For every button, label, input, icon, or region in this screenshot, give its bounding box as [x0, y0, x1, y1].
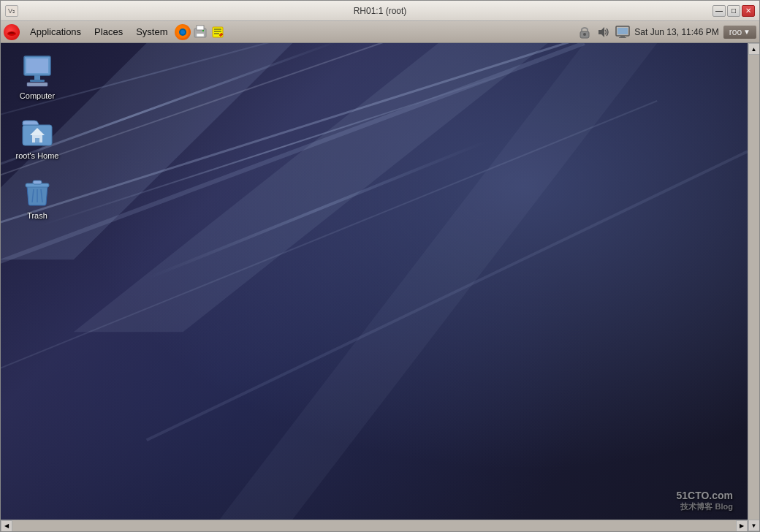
svg-rect-32	[27, 83, 48, 86]
edit-icon[interactable]	[210, 24, 226, 40]
svg-rect-6	[197, 34, 204, 37]
maximize-button[interactable]: □	[727, 5, 740, 17]
scroll-right-button[interactable]: ▶	[736, 520, 748, 532]
trash-icon-img	[20, 173, 55, 208]
svg-rect-5	[197, 26, 204, 30]
svg-marker-14	[598, 27, 604, 37]
trash-icon-label: Trash	[27, 211, 48, 220]
watermark-line2: 技术博客 Blog	[676, 501, 733, 512]
desktop-icons: Computer	[8, 50, 66, 223]
window-frame: V₂ RH01:1 (root) — □ ✕ Applications Plac…	[0, 0, 760, 532]
scroll-vertical-track[interactable]	[748, 55, 760, 520]
firefox-icon-img	[175, 24, 191, 40]
hat-svg	[7, 28, 17, 37]
minimize-button[interactable]: —	[712, 5, 726, 17]
scroll-horizontal-track[interactable]	[12, 520, 736, 532]
svg-rect-30	[34, 75, 40, 80]
print-icon[interactable]	[192, 24, 208, 40]
scroll-up-button[interactable]: ▲	[748, 43, 760, 55]
desktop-background	[1, 43, 748, 520]
svg-rect-29	[26, 58, 48, 73]
desktop[interactable]: Computer	[1, 43, 748, 520]
right-scrollbar: ▲ ▼	[748, 43, 759, 531]
svg-rect-16	[618, 28, 628, 34]
desktop-area: Computer	[1, 43, 759, 531]
title-bar-left: V₂	[5, 5, 18, 17]
svg-point-7	[202, 30, 204, 31]
desktop-content: Computer	[1, 43, 748, 531]
computer-icon-img	[20, 53, 55, 88]
roots-home-icon-label: root's Home	[16, 151, 59, 160]
volume-icon[interactable]	[596, 25, 611, 39]
roots-home-icon-img	[20, 113, 55, 148]
taskbar: Applications Places System	[1, 21, 759, 43]
applications-menu[interactable]: Applications	[24, 24, 87, 39]
datetime-display: Sat Jun 13, 11:46 PM	[634, 27, 718, 37]
trash-icon[interactable]: Trash	[8, 170, 66, 223]
window-controls: — □ ✕	[712, 5, 755, 17]
bottom-scrollbar: ◀ ▶	[1, 520, 748, 531]
firefox-icon[interactable]	[175, 24, 191, 40]
v2-button[interactable]: V₂	[5, 5, 18, 17]
svg-rect-31	[30, 80, 45, 82]
svg-rect-18	[619, 37, 626, 38]
svg-rect-36	[35, 138, 39, 142]
svg-rect-38	[33, 180, 42, 184]
system-menu[interactable]: System	[130, 24, 173, 39]
watermark-line1: 51CTO.com	[676, 490, 733, 501]
display-icon[interactable]	[615, 25, 630, 39]
computer-icon-label: Computer	[20, 91, 55, 100]
taskbar-right: Sat Jun 13, 11:46 PM roo ▼	[577, 25, 756, 39]
title-bar: V₂ RH01:1 (root) — □ ✕	[1, 1, 759, 21]
lock-icon[interactable]	[577, 25, 592, 39]
redhat-icon[interactable]	[4, 24, 20, 40]
computer-icon[interactable]: Computer	[8, 50, 66, 103]
close-button[interactable]: ✕	[742, 5, 755, 17]
scroll-left-button[interactable]: ◀	[1, 520, 12, 532]
taskbar-left: Applications Places System	[4, 24, 577, 40]
svg-point-13	[583, 33, 586, 36]
svg-point-3	[180, 30, 185, 34]
svg-rect-17	[620, 36, 625, 37]
scroll-down-button[interactable]: ▼	[748, 520, 760, 531]
window-title: RH01:1 (root)	[354, 6, 407, 16]
places-menu[interactable]: Places	[88, 24, 129, 39]
watermark: 51CTO.com 技术博客 Blog	[676, 490, 733, 512]
username-display: roo ▼	[723, 26, 756, 39]
roots-home-icon[interactable]: root's Home	[8, 110, 66, 163]
